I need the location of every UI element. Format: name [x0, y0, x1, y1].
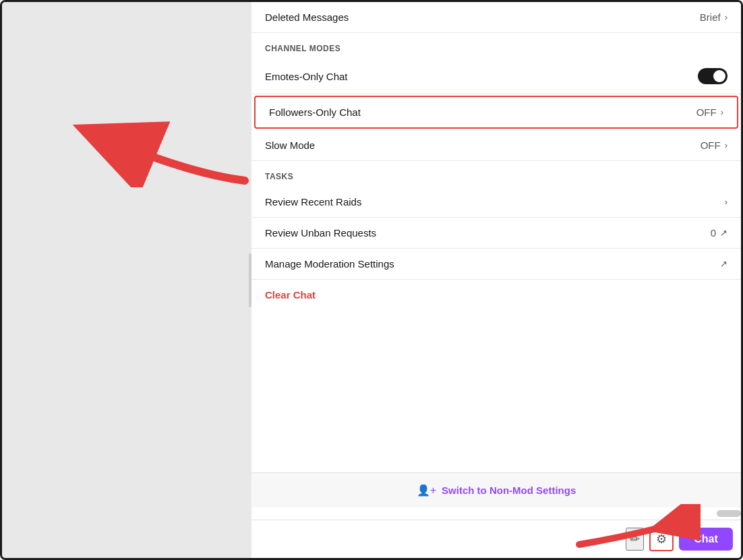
- toggle-knob: [713, 70, 725, 82]
- manage-mod-external-icon: ↗: [720, 259, 727, 269]
- left-panel: [2, 2, 251, 558]
- left-arrow-annotation: [69, 106, 258, 187]
- slow-mode-value-group: OFF ›: [701, 139, 727, 151]
- slow-mode-chevron: ›: [725, 140, 727, 150]
- switch-footer-label: Switch to Non-Mod Settings: [442, 485, 576, 496]
- pencil-button[interactable]: ✏: [626, 528, 644, 551]
- review-raids-item[interactable]: Review Recent Raids ›: [251, 187, 741, 218]
- slow-mode-value: OFF: [701, 139, 721, 151]
- slow-mode-item[interactable]: Slow Mode OFF ›: [251, 130, 741, 161]
- followers-only-label: Followers-Only Chat: [269, 106, 361, 118]
- deleted-messages-value: Brief: [700, 11, 721, 23]
- main-container: Deleted Messages Brief › CHANNEL MODES E…: [0, 0, 743, 560]
- chat-button[interactable]: Chat: [679, 528, 733, 551]
- switch-footer[interactable]: 👤+ Switch to Non-Mod Settings: [251, 472, 741, 507]
- gear-icon: ⚙: [656, 532, 667, 547]
- scroll-handle: [717, 510, 741, 517]
- switch-person-icon: 👤+: [417, 484, 436, 497]
- deleted-messages-item[interactable]: Deleted Messages Brief ›: [251, 2, 741, 33]
- followers-only-item[interactable]: Followers-Only Chat OFF ›: [254, 96, 738, 129]
- followers-only-chevron: ›: [721, 107, 723, 117]
- manage-mod-chevron-group: ↗: [720, 259, 727, 269]
- deleted-messages-value-group: Brief ›: [700, 11, 727, 23]
- emotes-only-toggle[interactable]: [698, 68, 727, 84]
- channel-modes-header: CHANNEL MODES: [251, 33, 741, 59]
- gear-settings-button[interactable]: ⚙: [649, 527, 674, 551]
- emotes-only-label: Emotes-Only Chat: [265, 71, 348, 82]
- clear-chat-link[interactable]: Clear Chat: [265, 289, 316, 301]
- slow-mode-label: Slow Mode: [265, 139, 315, 151]
- followers-only-value: OFF: [696, 106, 717, 118]
- followers-only-value-group: OFF ›: [696, 106, 723, 118]
- review-raids-label: Review Recent Raids: [265, 196, 361, 208]
- review-unban-label: Review Unban Requests: [265, 227, 376, 239]
- manage-mod-item[interactable]: Manage Moderation Settings ↗: [251, 249, 741, 280]
- external-link-icon: ↗: [720, 228, 727, 238]
- review-unban-item[interactable]: Review Unban Requests 0 ↗: [251, 218, 741, 249]
- clear-chat-row: Clear Chat: [251, 280, 741, 311]
- review-unban-value-group: 0 ↗: [711, 227, 727, 239]
- review-raids-chevron-group: ›: [725, 197, 727, 207]
- emotes-only-item[interactable]: Emotes-Only Chat: [251, 59, 741, 94]
- right-panel: Deleted Messages Brief › CHANNEL MODES E…: [251, 2, 741, 558]
- tasks-header: TASKS: [251, 161, 741, 187]
- review-raids-chevron: ›: [725, 197, 727, 207]
- deleted-messages-chevron: ›: [725, 12, 727, 22]
- review-unban-value: 0: [711, 227, 716, 239]
- deleted-messages-label: Deleted Messages: [265, 11, 349, 23]
- manage-mod-label: Manage Moderation Settings: [265, 258, 394, 270]
- menu-content: Deleted Messages Brief › CHANNEL MODES E…: [251, 2, 741, 472]
- bottom-toolbar: ✏ ⚙ Chat: [251, 520, 741, 558]
